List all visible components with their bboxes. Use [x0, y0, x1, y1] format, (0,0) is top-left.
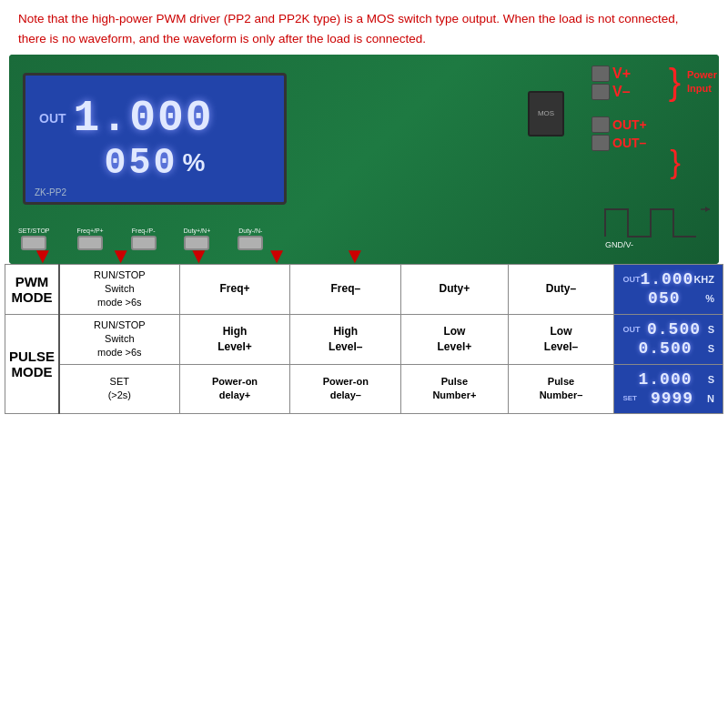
pwm-lcd-duty-value: 050 [648, 289, 680, 308]
pulse-lcd-s1-unit: S [708, 324, 714, 335]
pulse-number-minus: PulseNumber– [508, 364, 614, 413]
pulse-low-minus: LowLevel– [508, 314, 614, 364]
lcd-number-medium: 050 [105, 143, 178, 184]
pulse-set-cell: SET(>2s) [59, 364, 179, 413]
lcd-brand: ZK-PP2 [35, 187, 66, 197]
pwm-lcd-freq-value: 1.000 [640, 270, 693, 288]
transistor-area: MOS [510, 91, 582, 164]
pulse-lcd-inner2: 1.000 S SET 9999 N [618, 369, 719, 410]
pulse-number-plus: PulseNumber+ [401, 364, 508, 413]
note-text: Note that the high-power PWM driver (PP2… [18, 9, 710, 50]
arrow-3: ▼ [188, 243, 210, 264]
pulse-lcd2-row1: 1.000 S [620, 370, 717, 389]
power-input-label: PowerInput [687, 68, 717, 96]
arrow-4: ▼ [266, 243, 288, 264]
pulse-mode-row1: PULSEMODE RUN/STOPSwitchmode >6s HighLev… [5, 314, 723, 364]
pwm-freq-plus: Freq+ [179, 264, 290, 314]
pwm-run-stop: RUN/STOPSwitchmode >6s [59, 264, 179, 314]
pwm-mode-label: PWMMODE [5, 264, 60, 314]
arrow-2: ▼ [110, 243, 132, 264]
pulse-run-stop: RUN/STOPSwitchmode >6s [59, 314, 179, 364]
btn-label-freq-minus: Freq-/P- [132, 228, 156, 234]
outplus-row: OUT+ [592, 116, 714, 133]
pwm-lcd-display: OUT 1.000 KHZ 050 % [614, 264, 723, 314]
pwm-duty-minus: Duty– [508, 264, 614, 314]
pulse-lcd2-s-unit: S [708, 374, 714, 385]
pulse-lcd-display2: 1.000 S SET 9999 N [614, 364, 723, 413]
pulse-lcd-s2-unit: S [708, 343, 714, 354]
outplus-label: OUT+ [612, 117, 647, 132]
lcd-bottom-row: 050 % [30, 143, 279, 184]
pwm-lcd-inner: OUT 1.000 KHZ 050 % [618, 268, 719, 309]
svg-marker-1 [705, 207, 710, 212]
pcb-arrow-indicators: ▼ ▼ ▼ ▼ ▼ [32, 243, 366, 264]
btn-label-freq-plus: Freq+/P+ [77, 228, 104, 234]
arrow-5: ▼ [344, 243, 366, 264]
lcd-top-row: OUT 1.000 [30, 94, 279, 143]
pulse-lcd-inner1: OUT 0.500 S 0.500 S [618, 318, 719, 359]
pulse-lcd-row2: 0.500 S [620, 339, 717, 358]
pcb-right-section: V+ V– } PowerInput OUT+ OUT– } [587, 55, 719, 264]
pwm-lcd-khz-unit: KHZ [693, 274, 714, 285]
pwm-duty-plus: Duty+ [401, 264, 508, 314]
pulse-mode-row2: SET(>2s) Power-ondelay+ Power-ondelay– P… [5, 364, 723, 413]
pwm-freq-minus: Freq– [290, 264, 401, 314]
lcd-percent: % [183, 148, 206, 177]
btn-label-set-stop: SET/STOP [18, 228, 50, 234]
pcb-section: OUT 1.000 050 % ZK-PP2 SET/STOP Freq+/P+ [9, 55, 719, 264]
pulse-power-delay-minus: Power-ondelay– [290, 364, 401, 413]
pulse-lcd-high-value: 0.500 [647, 320, 701, 339]
lcd-display: OUT 1.000 050 % ZK-PP2 [23, 73, 287, 205]
btn-label-duty-plus: Duty+/N+ [184, 228, 211, 234]
pulse-lcd-row1: OUT 0.500 S [620, 320, 717, 339]
pwm-mode-row: PWMMODE RUN/STOPSwitchmode >6s Freq+ Fre… [5, 264, 723, 314]
pulse-lcd-display1: OUT 0.500 S 0.500 S [614, 314, 723, 364]
pulse-power-delay-plus: Power-ondelay+ [179, 364, 290, 413]
note-section: Note that the high-power PWM driver (PP2… [0, 0, 728, 55]
btn-label-duty-minus: Duty-/N- [238, 228, 262, 234]
pulse-lcd-low-value: 0.500 [639, 339, 693, 358]
pulse-high-plus: HighLevel+ [179, 314, 290, 364]
pcb-board: OUT 1.000 050 % ZK-PP2 SET/STOP Freq+/P+ [9, 55, 719, 264]
outminus-row: OUT– [592, 135, 714, 151]
pulse-lcd2-n-unit: N [707, 393, 714, 404]
svg-text:GND/V-: GND/V- [605, 240, 633, 249]
lcd-number-large: 1.000 [74, 94, 214, 143]
arrow-1: ▼ [32, 243, 54, 264]
out-brace-icon: } [670, 146, 681, 177]
pulse-mode-label: PULSEMODE [5, 314, 60, 413]
waveform-diagram: GND/V- [601, 200, 719, 255]
power-brace-icon: } [669, 64, 681, 100]
pulse-lcd-out1: OUT [622, 325, 640, 334]
outminus-label: OUT– [612, 136, 646, 150]
vplus-label: V+ [612, 66, 631, 82]
main-container: Note that the high-power PWM driver (PP2… [0, 0, 728, 728]
pwm-lcd-row1: OUT 1.000 KHZ [620, 270, 717, 288]
vminus-label: V– [612, 84, 631, 100]
pwm-lcd-row2: 050 % [620, 289, 717, 308]
pulse-high-minus: HighLevel– [290, 314, 401, 364]
pulse-lcd2-row2: SET 9999 N [620, 389, 717, 408]
pwm-lcd-percent-unit: % [705, 293, 714, 304]
pulse-lcd2-set-label: SET [622, 394, 637, 402]
function-table: PWMMODE RUN/STOPSwitchmode >6s Freq+ Fre… [5, 264, 723, 414]
pulse-low-plus: LowLevel+ [401, 314, 508, 364]
pwm-lcd-out-label: OUT [622, 275, 640, 284]
table-section: PWMMODE RUN/STOPSwitchmode >6s Freq+ Fre… [5, 264, 723, 723]
lcd-out-label: OUT [39, 111, 66, 126]
pulse-lcd2-time-value: 1.000 [639, 370, 693, 389]
pulse-lcd2-number-value: 9999 [651, 389, 693, 408]
